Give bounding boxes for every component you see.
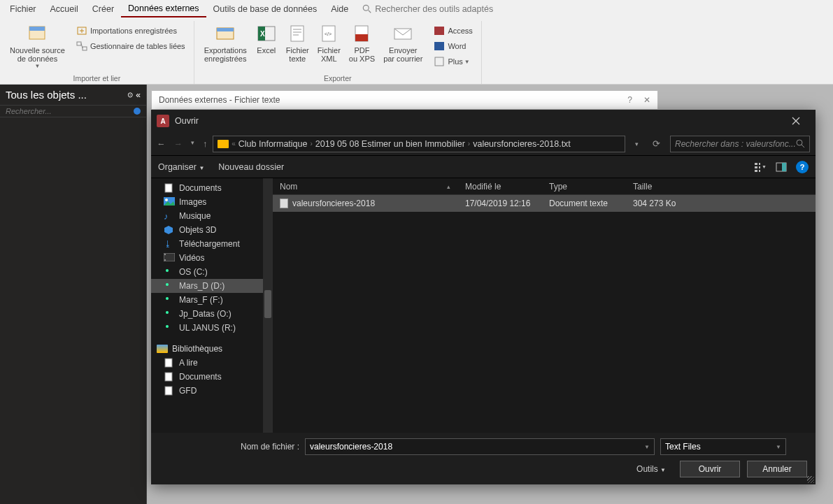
folder-search-placeholder: Rechercher dans : valeursfonc... <box>675 139 796 149</box>
tree-item[interactable]: Images <box>151 195 263 209</box>
dialog-titlebar: A Ouvrir <box>151 110 816 132</box>
menu-accueil[interactable]: Accueil <box>43 1 85 17</box>
breadcrumb-item[interactable]: Club Informatique <box>238 139 308 149</box>
export-pdf-button[interactable]: PDF ou XPS <box>345 21 379 64</box>
saved-exports-button[interactable]: Exportations enregistrées <box>200 21 251 64</box>
close-button[interactable] <box>782 111 810 131</box>
doc-icon <box>164 358 175 368</box>
breadcrumb-item[interactable]: valeursfoncieres-2018.txt <box>473 139 571 149</box>
folder-tree[interactable]: DocumentsImages♪MusiqueObjets 3D⭳Télécha… <box>151 178 263 433</box>
menu-outils-bdd[interactable]: Outils de base de données <box>206 1 325 17</box>
tell-me-placeholder: Rechercher des outils adaptés <box>375 4 493 14</box>
back-button[interactable]: ← <box>157 139 166 149</box>
tree-item[interactable]: OS (C:) <box>151 265 263 279</box>
file-type-filter[interactable]: Text Files ▼ <box>660 438 786 455</box>
column-type[interactable]: Type <box>542 182 626 192</box>
linked-table-manager-button[interactable]: Gestionnaire de tables liées <box>73 39 188 53</box>
svg-rect-36 <box>165 184 172 192</box>
tree-item[interactable]: UL JANUS (R:) <box>151 321 263 335</box>
saved-imports-button[interactable]: Importations enregistrées <box>73 24 188 38</box>
nav-search-input[interactable] <box>6 107 134 115</box>
tree-scrollbar[interactable] <box>263 178 273 433</box>
nav-header[interactable]: Tous les objets ... ⊙ « <box>0 85 146 105</box>
column-date[interactable]: Modifié le <box>458 182 542 192</box>
column-size[interactable]: Taille <box>626 182 682 192</box>
preview-pane-button[interactable] <box>775 161 788 173</box>
svg-rect-29 <box>755 166 757 168</box>
forward-button[interactable]: → <box>174 139 183 149</box>
dialog-toolbar: Organiser ▼ Nouveau dossier ▼ ? <box>151 156 816 178</box>
chevron-down-icon[interactable]: ▼ <box>776 444 781 450</box>
scrollbar-thumb[interactable] <box>264 290 271 318</box>
tree-item[interactable]: ♪Musique <box>151 209 263 223</box>
tree-item-label: OS (C:) <box>179 267 208 277</box>
refresh-button[interactable]: ⟳ <box>648 138 664 149</box>
database-icon <box>26 22 48 45</box>
breadcrumb[interactable]: « Club Informatique › 2019 05 08 Estimer… <box>213 136 625 152</box>
export-text-button[interactable]: Fichier texte <box>282 21 313 64</box>
3d-icon <box>164 225 175 235</box>
chevron-down-icon[interactable]: ▼ <box>644 444 650 450</box>
nav-search[interactable] <box>0 105 146 117</box>
file-name: valeursfoncieres-2018 <box>292 199 375 208</box>
tree-item-label: Mars_D (D:) <box>179 281 225 291</box>
file-type: Document texte <box>542 199 626 208</box>
export-pdf-label: PDF ou XPS <box>349 46 375 63</box>
folder-search[interactable]: Rechercher dans : valeursfonc... <box>670 136 810 152</box>
help-icon[interactable]: ? <box>627 95 632 105</box>
organize-button[interactable]: Organiser ▼ <box>158 162 204 172</box>
tree-section-label: Bibliothèques <box>172 344 222 354</box>
export-email-button[interactable]: Envoyer par courrier <box>379 21 427 64</box>
tree-item[interactable]: Jp_Datas (O:) <box>151 307 263 321</box>
tree-section[interactable]: Bibliothèques <box>151 342 263 356</box>
menu-donnees-externes[interactable]: Données externes <box>121 1 206 17</box>
menu-creer[interactable]: Créer <box>85 1 121 17</box>
export-xml-button[interactable]: </> Fichier XML <box>313 21 345 64</box>
tree-item[interactable]: Mars_D (D:) <box>151 279 263 293</box>
tree-item[interactable]: A lire <box>151 356 263 370</box>
tree-item[interactable]: ⭳Téléchargement <box>151 237 263 251</box>
resize-grip[interactable] <box>806 475 814 483</box>
new-folder-button[interactable]: Nouveau dossier <box>218 162 284 172</box>
cancel-button[interactable]: Annuler <box>747 461 807 477</box>
search-go-icon[interactable] <box>134 108 141 115</box>
tree-item[interactable]: Documents <box>151 181 263 195</box>
export-excel-button[interactable]: X Excel <box>251 21 282 56</box>
breadcrumb-item[interactable]: 2019 05 08 Estimer un bien Immobilier <box>315 139 465 149</box>
tree-item[interactable]: Vidéos <box>151 251 263 265</box>
menubar: Fichier Accueil Créer Données externes O… <box>0 0 833 18</box>
file-row[interactable]: valeursfoncieres-2018 17/04/2019 12:16 D… <box>273 195 816 212</box>
help-button[interactable]: ? <box>796 161 809 173</box>
svg-rect-6 <box>83 47 87 50</box>
tree-item[interactable]: Objets 3D <box>151 223 263 237</box>
doc-icon <box>164 386 175 396</box>
new-data-source-button[interactable]: Nouvelle source de données ▼ <box>6 21 69 71</box>
svg-rect-5 <box>77 42 81 45</box>
svg-rect-35 <box>782 163 786 171</box>
file-listing: Nom▴ Modifié le Type Taille valeursfonci… <box>273 178 816 433</box>
collapse-icon[interactable]: « <box>136 90 141 100</box>
svg-rect-12 <box>291 26 304 41</box>
tree-item[interactable]: Mars_F (F:) <box>151 293 263 307</box>
sort-indicator-icon: ▴ <box>447 183 450 190</box>
tools-button[interactable]: Outils ▼ <box>629 461 673 477</box>
menu-fichier[interactable]: Fichier <box>3 1 43 17</box>
menu-aide[interactable]: Aide <box>324 1 355 17</box>
svg-rect-31 <box>759 163 760 165</box>
open-button[interactable]: Ouvrir <box>680 461 740 477</box>
up-button[interactable]: ↑ <box>203 139 207 149</box>
export-word-button[interactable]: Word <box>431 39 475 53</box>
export-more-button[interactable]: Plus ▼ <box>431 55 475 69</box>
recent-locations-button[interactable]: ▾ <box>191 139 194 149</box>
nav-row: ← → ▾ ↑ « Club Informatique › 2019 05 08… <box>151 132 816 156</box>
view-options-button[interactable]: ▼ <box>754 161 767 173</box>
column-name[interactable]: Nom▴ <box>273 182 458 192</box>
chevron-down-icon[interactable]: ⊙ <box>127 91 133 99</box>
close-icon[interactable]: ✕ <box>643 95 650 105</box>
history-dropdown[interactable]: ▾ <box>631 141 643 147</box>
tell-me-search[interactable]: Rechercher des outils adaptés <box>362 4 493 14</box>
tree-item[interactable]: Documents <box>151 370 263 384</box>
filename-input[interactable]: valeursfoncieres-2018 ▼ <box>305 438 655 455</box>
tree-item[interactable]: GFD <box>151 384 263 398</box>
export-access-button[interactable]: Access <box>431 24 475 38</box>
